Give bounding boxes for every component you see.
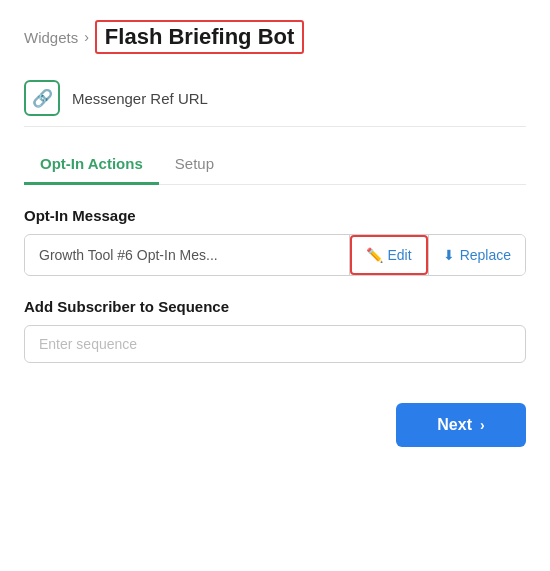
sequence-section: Add Subscriber to Sequence — [24, 298, 526, 393]
page-title: Flash Briefing Bot — [95, 20, 304, 54]
messenger-ref-row: 🔗 Messenger Ref URL — [24, 70, 526, 127]
page-container: Widgets › Flash Briefing Bot 🔗 Messenger… — [0, 0, 550, 571]
link-icon: 🔗 — [32, 88, 53, 109]
tabs-row: Opt-In Actions Setup — [24, 147, 526, 185]
opt-in-field-value: Growth Tool #6 Opt-In Mes... — [25, 237, 349, 273]
breadcrumb-chevron: › — [84, 29, 89, 45]
next-chevron-icon: › — [480, 417, 485, 433]
replace-icon: ⬇ — [443, 247, 455, 263]
messenger-icon-box: 🔗 — [24, 80, 60, 116]
messenger-label: Messenger Ref URL — [72, 90, 208, 107]
edit-icon: ✏️ — [366, 247, 383, 263]
breadcrumb-widgets: Widgets — [24, 29, 78, 46]
next-button[interactable]: Next › — [396, 403, 526, 447]
sequence-input[interactable] — [24, 325, 526, 363]
opt-in-message-section: Opt-In Message Growth Tool #6 Opt-In Mes… — [24, 207, 526, 276]
footer-row: Next › — [24, 403, 526, 447]
opt-in-actions: ✏️ Edit ⬇ Replace — [349, 235, 526, 275]
opt-in-field-row: Growth Tool #6 Opt-In Mes... ✏️ Edit ⬇ R… — [24, 234, 526, 276]
tab-opt-in-actions[interactable]: Opt-In Actions — [24, 147, 159, 185]
replace-button[interactable]: ⬇ Replace — [428, 235, 525, 275]
tab-setup[interactable]: Setup — [159, 147, 230, 185]
breadcrumb: Widgets › Flash Briefing Bot — [24, 20, 526, 54]
opt-in-message-title: Opt-In Message — [24, 207, 526, 224]
edit-button[interactable]: ✏️ Edit — [350, 235, 428, 275]
sequence-title: Add Subscriber to Sequence — [24, 298, 526, 315]
